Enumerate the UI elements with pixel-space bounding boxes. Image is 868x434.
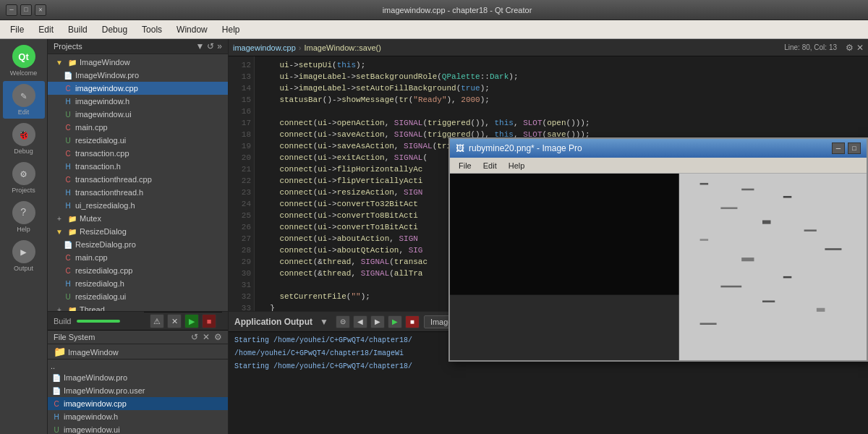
h-file-icon: H [62, 200, 74, 211]
file-system-label: File System [54, 333, 95, 341]
tree-item-thread[interactable]: + 📁 Thread [48, 303, 228, 311]
output-dropdown-icon[interactable]: ▼ [320, 317, 328, 327]
tree-item-resizedialog-ui[interactable]: U resizedialog.ui [48, 134, 228, 147]
h-file-icon: H [62, 187, 74, 198]
tree-label: ResizeDialog.pro [75, 240, 136, 249]
tree-item-transaction-h[interactable]: H transaction.h [48, 160, 228, 173]
tree-label: main.cpp [75, 253, 108, 262]
fs-settings-icon[interactable]: ⚙ [214, 332, 222, 342]
close-button[interactable]: ✕ [35, 4, 46, 16]
output-stop-btn[interactable]: ■ [405, 315, 420, 328]
h-file-icon: H [62, 278, 74, 289]
svg-rect-9 [783, 196, 792, 198]
sidebar-item-edit[interactable]: ✎ Edit [3, 81, 45, 119]
tree-item-resizedialog-ui2[interactable]: U resizedialog.ui [48, 290, 228, 303]
tree-item-imagewindow-pro[interactable]: 📄 ImageWindow.pro [48, 69, 228, 82]
line-numbers: 1213141516171819202122232425262728293031… [229, 56, 255, 311]
menu-window[interactable]: Window [169, 23, 215, 36]
tree-label: resizedialog.ui [75, 292, 126, 301]
file-tree: ▼ 📁 ImageWindow 📄 ImageWindow.pro C imag… [48, 54, 228, 311]
tree-item-resizedialog[interactable]: ▼ 📁 ResizeDialog [48, 225, 228, 238]
tree-item-imagewindow-cpp[interactable]: C imagewindow.cpp [48, 82, 228, 95]
tree-item-imagewindow-ui[interactable]: U imagewindow.ui [48, 108, 228, 121]
output-prev-btn[interactable]: ◀ [353, 315, 367, 328]
menu-edit[interactable]: Edit [31, 23, 61, 36]
tree-label: imagewindow.cpp [75, 84, 138, 93]
svg-rect-17 [720, 286, 741, 288]
svg-rect-11 [762, 221, 771, 224]
tree-item-imagewindow[interactable]: ▼ 📁 ImageWindow [48, 56, 228, 69]
fs-close-icon[interactable]: ✕ [203, 332, 210, 342]
tree-item-resizedialog-h[interactable]: H resizedialog.h [48, 277, 228, 290]
editor-close-icon[interactable]: ✕ [856, 43, 864, 53]
restore-button[interactable]: □ [20, 4, 32, 16]
sidebar-item-debug[interactable]: 🐞 Debug [3, 120, 45, 158]
fs-item-imagewindow-ui[interactable]: U imagewindow.ui [48, 423, 228, 434]
tree-label: ui_resizedialog.h [75, 201, 135, 210]
tree-item-main-cpp[interactable]: C main.cpp [48, 121, 228, 134]
tree-item-transactionthread-cpp[interactable]: C transactionthread.cpp [48, 173, 228, 186]
tree-item-resizedialog-cpp[interactable]: C resizedialog.cpp [48, 264, 228, 277]
float-minimize-btn[interactable]: ─ [832, 142, 845, 154]
tree-item-main-cpp2[interactable]: C main.cpp [48, 251, 228, 264]
fs-item-parent[interactable]: .. [48, 361, 228, 371]
menu-help[interactable]: Help [215, 23, 247, 36]
float-menu-file[interactable]: File [453, 160, 477, 171]
output-clear-btn[interactable]: ⊝ [336, 315, 350, 328]
cpp-file-icon: C [62, 252, 74, 263]
fs-item-imagewindow-pro[interactable]: 📄 ImageWindow.pro [48, 371, 228, 384]
folder-icon: 📁 [67, 226, 78, 237]
sidebar-item-welcome[interactable]: Qt Welcome [3, 42, 45, 80]
fs-item-label: imagewindow.ui [64, 425, 120, 434]
build-error-icon[interactable]: ✕ [167, 314, 182, 328]
float-restore-btn[interactable]: □ [848, 142, 861, 154]
sync-icon[interactable]: ↺ [207, 41, 214, 51]
filter-icon[interactable]: ▼ [195, 41, 204, 51]
editor-position: Line: 80, Col: 13 [784, 43, 837, 51]
minimize-button[interactable]: ─ [6, 4, 17, 16]
fs-item-label: ImageWindow.pro [64, 373, 127, 382]
fs-item-imagewindow-h[interactable]: H imagewindow.h [48, 410, 228, 423]
float-menu-help[interactable]: Help [503, 160, 531, 171]
fs-sync-icon[interactable]: ↺ [191, 332, 198, 342]
svg-rect-5 [450, 295, 679, 360]
svg-rect-13 [700, 239, 709, 241]
sidebar-item-output[interactable]: ▶ Output [3, 237, 45, 275]
float-title-bar: 🖼 rubymine20.png* - Image Pro ─ □ [450, 139, 867, 158]
editor-settings-icon[interactable]: ⚙ [846, 43, 854, 53]
menu-build[interactable]: Build [61, 23, 95, 36]
tree-item-mutex[interactable]: + 📁 Mutex [48, 212, 228, 225]
build-stop-icon[interactable]: ■ [202, 314, 216, 328]
sidebar-label-debug: Debug [14, 148, 33, 155]
menu-file[interactable]: File [3, 23, 31, 36]
output-run-btn[interactable]: ▶ [388, 315, 402, 328]
svg-rect-19 [817, 308, 825, 312]
tree-item-ui-resizedialog-h[interactable]: H ui_resizedialog.h [48, 199, 228, 212]
output-next-btn[interactable]: ▶ [370, 315, 385, 328]
fs-item-imagewindow-cpp[interactable]: C imagewindow.cpp [48, 397, 228, 410]
float-window-icon: 🖼 [456, 143, 464, 153]
output-icons: ⊝ ◀ ▶ ▶ ■ [336, 315, 420, 328]
menu-tools[interactable]: Tools [135, 23, 169, 36]
sidebar-item-help[interactable]: ? Help [3, 198, 45, 236]
tree-label: main.cpp [75, 123, 108, 132]
breadcrumb-icon[interactable]: » [217, 41, 222, 51]
tree-label: ResizeDialog [80, 227, 127, 236]
svg-rect-7 [700, 183, 709, 185]
floating-image-window: 🖼 rubymine20.png* - Image Pro ─ □ File E… [448, 137, 868, 362]
fs-item-imagewindow-pro-user[interactable]: 📄 ImageWindow.pro.user [48, 384, 228, 397]
build-run-icon[interactable]: ▶ [184, 314, 199, 328]
editor-breadcrumb: imagewindow.cpp › ImageWindow::save() [233, 43, 781, 52]
tree-item-resizedialog-pro[interactable]: 📄 ResizeDialog.pro [48, 238, 228, 251]
sidebar-item-projects[interactable]: ⚙ Projects [3, 159, 45, 197]
menu-debug[interactable]: Debug [95, 23, 135, 36]
build-warning-icon[interactable]: ⚠ [150, 314, 164, 328]
float-menu-edit[interactable]: Edit [477, 160, 503, 171]
fs-item-label: imagewindow.cpp [64, 399, 127, 408]
svg-rect-15 [741, 258, 754, 261]
title-bar-controls: ─ □ ✕ [6, 4, 46, 16]
build-label: Build [54, 317, 71, 326]
tree-item-transaction-cpp[interactable]: C transaction.cpp [48, 147, 228, 160]
tree-item-imagewindow-h[interactable]: H imagewindow.h [48, 95, 228, 108]
tree-item-transactionthread-h[interactable]: H transactionthread.h [48, 186, 228, 199]
